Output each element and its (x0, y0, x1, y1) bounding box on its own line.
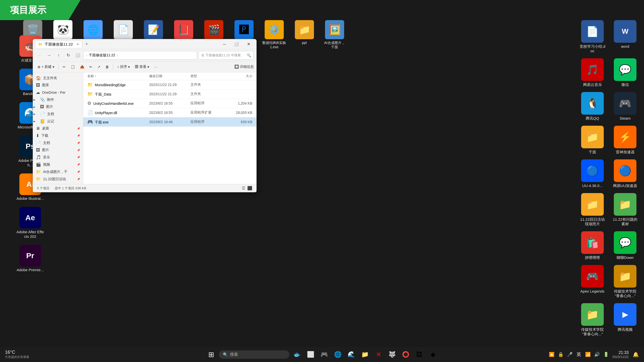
file-row-4[interactable]: 🎮千面.exe2023/6/2 16:46应用程序639 KB (83, 117, 256, 127)
sidebar-item-4[interactable]: ▶🖼图片 (33, 103, 83, 110)
file-row-2[interactable]: ⚙UnityCrashHandler64.exe2023/6/2 16:55应用… (83, 99, 256, 108)
fe-list-view-button[interactable]: ☰ (242, 186, 245, 191)
right-icon-pinduoduo[interactable]: 🛍️拼哩哩哩 (579, 231, 606, 260)
fe-new-tab-button[interactable]: + (83, 41, 90, 48)
taskbar-battery-icon[interactable]: 🔋 (602, 352, 610, 357)
right-icon-chuanmei2[interactable]: 📁传媒技术学院 "青春心向..." (579, 303, 606, 336)
taskbar-taskview-icon[interactable]: ⬜ (305, 349, 316, 360)
fe-up-button[interactable]: ↑ (55, 51, 63, 59)
taskbar-lock-icon[interactable]: 🔒 (557, 352, 565, 357)
taskbar-browser-icon[interactable]: 🌐 (332, 349, 344, 360)
sidebar-icon-4: 🖼 (40, 105, 44, 109)
fe-share-button[interactable]: ↗ (95, 64, 102, 70)
right-icon-tengxun-video[interactable]: ▶腾讯视频 (611, 303, 639, 336)
right-icon-qianmian[interactable]: 📁千面 (579, 126, 606, 154)
taskbar-clock[interactable]: 21:33 2023/11/22 (612, 350, 629, 359)
right-icon-word[interactable]: Wword (611, 20, 639, 53)
right-icon-leishen[interactable]: ⚡雷神加速器 (611, 126, 639, 154)
sidebar-item-10[interactable]: 🖼图片📌 (33, 147, 83, 154)
fe-forward-button[interactable]: → (45, 51, 53, 59)
taskbar-fish-icon[interactable]: 🐟 (291, 349, 303, 360)
fe-tab-active[interactable]: 📁 千面修改版11.22 ✕ (35, 41, 82, 48)
sidebar-item-13[interactable]: 📁AI合成图片，千📌 (33, 168, 83, 175)
sidebar-item-6[interactable]: ▶📒云记 (33, 118, 83, 125)
taskbar-windows-icon[interactable]: ⊞ (205, 349, 217, 360)
sidebar-item-11[interactable]: 🎵音乐📌 (33, 154, 83, 161)
right-icon-1122huodong[interactable]: 📁11.22回日活动现场照片 (579, 193, 606, 226)
fe-address-bar[interactable]: › 千面修改版11.22 › (83, 51, 197, 60)
fe-restore-button[interactable]: ⬜ (231, 40, 242, 48)
fe-back-button[interactable]: ← (35, 51, 44, 59)
taskbar-wifi-icon[interactable]: 📶 (584, 352, 592, 357)
file-row-3[interactable]: 📄UnityPlayer.dll2023/6/2 16:55应用程序扩展28,0… (83, 108, 256, 117)
left-icon-aftereffects[interactable]: AeAdobe After Effects 202 (15, 207, 45, 239)
taskbar-lang-icon[interactable]: 英 (575, 351, 583, 357)
col-name-header[interactable]: 名称 ↑ (87, 74, 149, 78)
fe-grid-view-button[interactable]: ⬛ (247, 186, 252, 191)
sidebar-item-5[interactable]: ▶📄文档 (33, 110, 83, 118)
fe-paste-button[interactable]: 📥 (78, 64, 86, 70)
taskbar-x-icon[interactable]: ✖ (373, 349, 384, 360)
taskbar-photos-icon[interactable]: 🖼 (414, 349, 425, 360)
right-icon-wangyiuu[interactable]: 🔵网易UU加速器 (611, 159, 639, 188)
right-icon-weixin[interactable]: 💬微信 (611, 58, 639, 87)
fe-search-bar[interactable]: 在 千面修改版11.22 中搜索 🔍 (198, 51, 254, 60)
right-icon-wangyi-music[interactable]: 🎵网易云音乐 (579, 58, 606, 87)
fe-more-button[interactable]: ··· (152, 64, 159, 70)
fe-cut-button[interactable]: ✂ (61, 64, 68, 70)
right-icon-1122sucai[interactable]: 📁11.22有问题的素材 (611, 193, 639, 226)
taskbar-left: 16°C 方良提的共享屏幕 (5, 350, 35, 359)
fe-breadcrumb-button[interactable]: ⬜ (74, 51, 82, 59)
file-row-1[interactable]: 📁千面_Data2023/11/22 21:29文件夹 (83, 89, 256, 99)
right-icon-steam[interactable]: 🎮Steam (611, 92, 639, 121)
taskbar-notification-icon[interactable]: 🔔 (633, 351, 639, 357)
col-type-header[interactable]: 类型 (190, 74, 232, 78)
taskbar-circle-icon[interactable]: ⭕ (400, 349, 412, 360)
fe-rename-button[interactable]: ✏ (87, 64, 94, 70)
taskbar-mic-icon[interactable]: 🎤 (566, 352, 574, 357)
taskbar-edge-icon[interactable]: 🌊 (346, 349, 357, 360)
fe-delete-button[interactable]: 🗑 (103, 64, 111, 70)
fe-close-button[interactable]: ✕ (243, 40, 254, 48)
col-size-header[interactable]: 大小 (232, 74, 252, 78)
left-icon-premiere[interactable]: PrAdobe Premie... (15, 245, 45, 272)
right-icon-lianqing[interactable]: 💬聊聊Down (611, 231, 639, 260)
sidebar-icon-12: 🎬 (36, 162, 41, 167)
fe-view-button[interactable]: ☰ 查看 ▾ (133, 64, 151, 70)
sidebar-item-0[interactable]: 🏠主文件夹 (33, 74, 83, 82)
sidebar-item-8[interactable]: ⬇下载📌 (33, 132, 83, 139)
fe-copy-button[interactable]: 📋 (69, 64, 77, 70)
fe-new-button[interactable]: ⊕ + 新建 ▾ (35, 64, 56, 70)
sidebar-item-3[interactable]: ▶📎附件 (33, 96, 83, 103)
right-icon-chuanmei1[interactable]: 📁传媒技术学院 "青春心向..." (611, 265, 639, 298)
file-row-0[interactable]: 📁MonoBleedingEdge2023/11/22 21:29文件夹 (83, 80, 256, 89)
right-icon-tengxun-qq[interactable]: 🐧腾讯QQ (579, 92, 606, 121)
desktop-icon-ppt[interactable]: 📁ppt (292, 20, 317, 49)
fe-tab-close-icon[interactable]: ✕ (76, 42, 79, 46)
sidebar-item-1[interactable]: 🖼图库 (33, 82, 83, 89)
right-icons: 📄党校学习小结.docWword🎵网易云音乐💬微信🐧腾讯QQ🎮Steam📁千面⚡… (579, 20, 639, 336)
right-icon-dangxiao[interactable]: 📄党校学习小结.doc (579, 20, 606, 53)
fe-detail-info-button[interactable]: 🔲 详细信息 (234, 65, 254, 69)
desktop-icon-aihecheng[interactable]: 🖼️AI合成图片，千面 (322, 20, 347, 49)
taskbar-steam-icon[interactable]: 🎮 (318, 349, 330, 360)
fe-minimize-button[interactable]: ─ (219, 40, 230, 48)
desktop-icon-shujujiegou[interactable]: ⚙️数据结构B实验1.exe (262, 20, 287, 49)
sidebar-item-14[interactable]: 📁11.22团日活动📌 (33, 175, 83, 183)
sidebar-item-7[interactable]: 🖥桌面📌 (33, 125, 83, 132)
sidebar-item-9[interactable]: 📄文档📌 (33, 139, 83, 147)
taskbar-arrow-up-icon[interactable]: 🔼 (548, 352, 555, 357)
taskbar-volume-icon[interactable]: 🔊 (593, 352, 601, 357)
col-date-header[interactable]: 修改日期 (149, 74, 190, 78)
taskbar-unity-icon[interactable]: ◆ (427, 349, 439, 360)
sidebar-item-12[interactable]: 🎬视频📌 (33, 161, 83, 168)
sidebar-item-2[interactable]: ☁OneDrive - Per (33, 89, 83, 96)
sidebar-item-15[interactable]: 💾本地磁盘...📌 (33, 183, 83, 184)
right-icon-apex[interactable]: 🎮Apex Legends (579, 265, 606, 298)
fe-refresh-button[interactable]: ↻ (64, 51, 72, 59)
fe-sort-button[interactable]: ↕ 排序 ▾ (115, 64, 132, 70)
taskbar-file-icon[interactable]: 📁 (359, 349, 371, 360)
taskbar-search[interactable]: 🔍 搜索 (219, 350, 289, 359)
right-icon-uu436[interactable]: 🔵UU-4.36.0... (579, 159, 606, 188)
taskbar-wolf-icon[interactable]: 🐺 (386, 349, 398, 360)
